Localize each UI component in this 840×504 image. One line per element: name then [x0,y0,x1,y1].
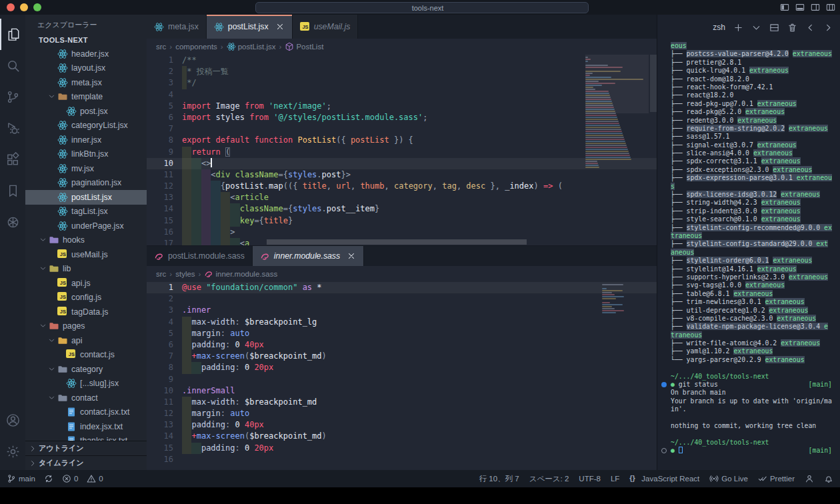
chevron-down-icon[interactable] [751,23,761,33]
breadcrumb-item[interactable]: src [156,270,166,278]
code-editor-sass[interactable]: 1@use "foundation/common" as *23.inner4 … [147,282,657,470]
minimap-slider[interactable] [585,55,649,113]
activity-account[interactable] [0,405,25,436]
chevron-left-icon[interactable] [805,23,815,33]
activity-search[interactable] [0,50,25,81]
tab-meta-jsx[interactable]: meta.jsx [147,15,207,39]
tree-item-categorylist-jsx[interactable]: categoryList.jsx [25,119,147,133]
breadcrumb-item[interactable]: postList.jsx [227,42,276,51]
activity-bookmark[interactable] [0,175,25,207]
tree-item-contact-js[interactable]: JScontact.js [25,348,147,363]
layout-sidebar-right-icon[interactable] [811,3,820,12]
activity-extensions[interactable] [0,144,25,175]
breadcrumb-item[interactable]: src [156,43,166,51]
tree-item-config-js[interactable]: JSconfig.js [25,291,147,305]
command-decoration-icon[interactable] [661,382,667,387]
status-utf-8[interactable]: UTF-8 [579,474,601,484]
more-actions-icon[interactable] [664,23,674,33]
activity-files[interactable] [0,19,25,50]
breadcrumb-item[interactable]: styles [175,270,195,278]
more-actions-icon[interactable] [128,21,137,30]
tree-item-contact-jsx-txt[interactable]: contact.jsx.txt [25,405,147,420]
command-decoration-ring-icon[interactable] [661,448,667,453]
trash-icon[interactable] [787,23,797,33]
status-0[interactable]: 0 [62,474,78,483]
tree-item-linkbtn-jsx[interactable]: linkBtn.jsx [25,147,147,162]
tree-item-taglist-jsx[interactable]: tagList.jsx [25,205,147,219]
status-person[interactable] [805,474,814,484]
terminal-line: ├── react-hook-form@7.42.1 [671,83,840,91]
plus-icon[interactable] [733,23,743,33]
status--10-7[interactable]: 行 10、列 7 [479,474,519,484]
workspace-root[interactable]: TOOLS-NEXT [25,34,147,47]
activity-source-control[interactable] [0,81,25,113]
activity-run-debug[interactable] [0,113,25,144]
code-editor-postlist[interactable]: 1/**2 * 投稿一覧3 */45import Image from 'nex… [147,55,657,245]
tree-item-template[interactable]: template [25,90,147,105]
status-prettier[interactable]: Prettier [758,474,795,484]
status--2[interactable]: スペース: 2 [529,474,569,484]
close-window-button[interactable] [7,3,15,11]
tree-item-inner-jsx[interactable]: inner.jsx [25,133,147,147]
close-icon[interactable] [275,22,285,31]
status-sync[interactable] [44,474,53,483]
back-icon[interactable] [239,2,249,12]
sidebar-section[interactable]: タイムライン [25,455,147,470]
terminal-line: ├── write-file-atomic@4.0.2 extraneous [671,339,840,347]
tree-item-meta-jsx[interactable]: meta.jsx [25,75,147,90]
minimap[interactable] [602,284,649,316]
terminal-shell-tab[interactable]: zsh [699,23,725,33]
tree-item--slug-jsx[interactable]: [...slug].jsx [25,377,147,391]
sidebar-section[interactable]: アウトライン [25,441,147,455]
tree-item-contact[interactable]: contact [25,391,147,405]
tree-item-usemail-js[interactable]: JSuseMail.js [25,247,147,262]
tree-item-api[interactable]: api [25,333,147,348]
layout-sidebar-left-icon[interactable] [780,3,789,12]
tree-item-pages[interactable]: pages [25,319,147,334]
horizontal-scrollbar[interactable] [267,239,527,245]
close-icon[interactable] [347,251,356,261]
vertical-scrollbar[interactable] [650,55,657,112]
activity-settings[interactable] [0,436,25,467]
file-label: linkBtn.jsx [71,149,108,159]
tab-usemail-js[interactable]: JSuseMail.js [293,15,359,39]
tree-item-post-jsx[interactable]: post.jsx [25,104,147,119]
layout-panel-icon[interactable] [795,3,805,12]
more-actions-icon[interactable] [641,251,651,261]
tree-item-underpage-jsx[interactable]: underPage.jsx [25,219,147,233]
tree-item-hooks[interactable]: hooks [25,233,147,248]
tree-item-category[interactable]: category [25,362,147,377]
minimize-window-button[interactable] [20,3,28,11]
maximize-window-button[interactable] [33,3,41,11]
status-main[interactable]: main [7,474,35,483]
tree-item-api-js[interactable]: JSapi.js [25,276,147,291]
tree-item-header-jsx[interactable]: header.jsx [25,47,147,61]
tab-postlist-module-sass[interactable]: postList.module.sass [147,246,253,266]
tree-item-tagdata-js[interactable]: JStagData.js [25,305,147,319]
layout-extra-icon[interactable] [826,3,835,12]
tree-item-mv-jsx[interactable]: mv.jsx [25,161,147,176]
chevron-right-icon[interactable] [823,23,833,33]
tree-item-lib[interactable]: lib [25,262,147,277]
command-center-search[interactable]: tools-next [255,2,589,13]
tab-postlist-jsx[interactable]: postList.jsx [207,15,293,39]
breadcrumb-item[interactable]: PostList [285,42,323,51]
status-javascript-react[interactable]: {}JavaScript React [629,474,699,484]
tree-item-layout-jsx[interactable]: layout.jsx [25,61,147,76]
status-lf[interactable]: LF [611,474,619,484]
breadcrumb-item[interactable]: components [175,43,217,51]
split-pane-icon[interactable] [769,23,779,33]
activity-openai[interactable] [0,207,25,238]
tree-item-thanks-jsx-txt[interactable]: thanks.jsx.txt [25,434,147,441]
status-bell[interactable] [824,474,833,484]
tab-inner-module-sass[interactable]: inner.module.sass [253,246,364,266]
tree-item-pagination-jsx[interactable]: pagination.jsx [25,176,147,191]
status-go-live[interactable]: Go Live [709,474,748,484]
tree-item-index-jsx-txt[interactable]: index.jsx.txt [25,419,147,434]
tree-item-postlist-jsx[interactable]: postList.jsx [25,190,147,205]
more-actions-icon[interactable] [641,22,651,32]
breadcrumb-item[interactable]: inner.module.sass [204,269,277,279]
split-editor-icon[interactable] [622,22,632,32]
status-0[interactable]: 0 [87,474,103,483]
terminal-output[interactable]: eous├── postcss-value-parser@4.2.0 extra… [657,40,840,470]
